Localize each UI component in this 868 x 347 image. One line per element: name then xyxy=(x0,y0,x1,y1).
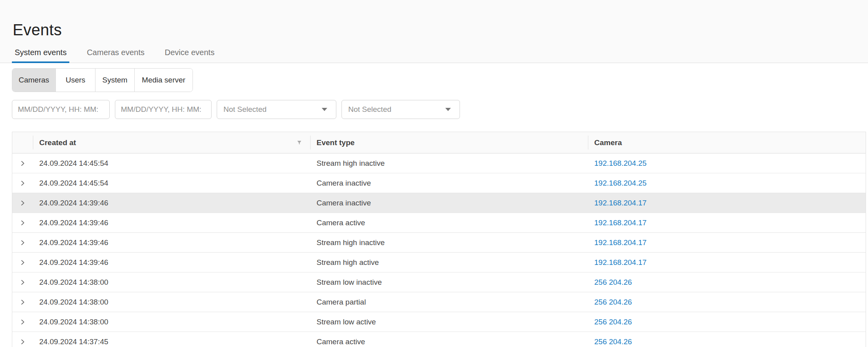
event-type-cell: Camera inactive xyxy=(310,193,588,213)
expand-cell xyxy=(12,312,33,332)
event-type-cell: Camera active xyxy=(310,332,588,347)
chevron-right-icon[interactable] xyxy=(17,198,28,208)
event-type-value: Stream low active xyxy=(317,318,376,326)
camera-cell: 256 204.26 xyxy=(588,312,866,332)
page-content: Cameras Users System Media server Not Se… xyxy=(0,63,868,347)
tab[interactable]: System events xyxy=(12,48,69,63)
created-at-value: 24.09.2024 14:39:46 xyxy=(39,258,108,267)
filter-row: Not Selected Not Selected xyxy=(12,100,868,119)
table-row[interactable]: 24.09.2024 14:45:54 Stream high inactive… xyxy=(12,153,866,173)
expand-cell xyxy=(12,233,33,252)
tab[interactable]: Device events xyxy=(162,48,217,63)
date-to-input[interactable] xyxy=(115,100,212,119)
tab[interactable]: Cameras events xyxy=(84,48,147,63)
event-type-cell: Stream low inactive xyxy=(310,272,588,292)
table-header-row: Created at Event type Camera xyxy=(12,132,866,153)
created-at-cell: 24.09.2024 14:38:00 xyxy=(33,272,310,292)
created-at-cell: 24.09.2024 14:38:00 xyxy=(33,292,310,312)
table-row[interactable]: 24.09.2024 14:45:54 Camera inactive 192.… xyxy=(12,173,866,193)
tab-label: Cameras events xyxy=(87,48,145,57)
table-row[interactable]: 24.09.2024 14:39:46 Stream high inactive… xyxy=(12,233,866,253)
category-button[interactable]: Media server xyxy=(134,69,193,92)
chevron-right-icon[interactable] xyxy=(17,218,28,228)
created-at-value: 24.09.2024 14:37:45 xyxy=(39,337,108,346)
chevron-right-icon[interactable] xyxy=(17,238,28,248)
event-type-value: Camera partial xyxy=(317,298,366,307)
table-row[interactable]: 24.09.2024 14:39:46 Stream high active 1… xyxy=(12,253,866,272)
chevron-right-icon[interactable] xyxy=(17,277,28,288)
table-row[interactable]: 24.09.2024 14:39:46 Camera inactive 192.… xyxy=(12,193,866,213)
created-at-value: 24.09.2024 14:38:00 xyxy=(39,298,108,307)
date-from-input[interactable] xyxy=(12,100,110,119)
event-type-select[interactable]: Not Selected xyxy=(217,100,336,119)
category-button-label: Media server xyxy=(142,76,185,84)
event-type-cell: Camera active xyxy=(310,213,588,232)
camera-link[interactable]: 256 204.26 xyxy=(594,278,632,287)
table-row[interactable]: 24.09.2024 14:37:45 Camera active 256 20… xyxy=(12,332,866,347)
event-category-button-group: Cameras Users System Media server xyxy=(12,68,193,92)
created-at-cell: 24.09.2024 14:45:54 xyxy=(33,173,310,193)
chevron-right-icon[interactable] xyxy=(17,317,28,327)
filter-funnel-icon[interactable] xyxy=(296,140,302,146)
camera-link[interactable]: 192.168.204.17 xyxy=(594,238,647,247)
camera-link[interactable]: 256 204.26 xyxy=(594,318,632,326)
category-button[interactable]: Cameras xyxy=(12,69,55,92)
chevron-right-icon[interactable] xyxy=(17,257,28,268)
event-type-value: Stream high inactive xyxy=(317,238,385,247)
page-header: Events System events Cameras events Devi… xyxy=(0,0,868,63)
expand-column-header xyxy=(12,132,33,153)
camera-link[interactable]: 192.168.204.25 xyxy=(594,179,647,188)
created-at-cell: 24.09.2024 14:37:45 xyxy=(33,332,310,347)
camera-link[interactable]: 256 204.26 xyxy=(594,337,632,346)
events-tab-bar: System events Cameras events Device even… xyxy=(0,48,868,63)
camera-link[interactable]: 192.168.204.17 xyxy=(594,219,647,227)
page-title: Events xyxy=(0,0,868,39)
created-at-value: 24.09.2024 14:39:46 xyxy=(39,219,108,227)
category-button[interactable]: System xyxy=(95,69,134,92)
expand-cell xyxy=(12,193,33,213)
table-row[interactable]: 24.09.2024 14:38:00 Stream low active 25… xyxy=(12,312,866,332)
expand-cell xyxy=(12,272,33,292)
camera-link[interactable]: 192.168.204.17 xyxy=(594,258,647,267)
camera-select[interactable]: Not Selected xyxy=(341,100,460,119)
event-type-value: Camera inactive xyxy=(317,179,371,188)
tab-label: Device events xyxy=(165,48,215,57)
camera-link[interactable]: 192.168.204.25 xyxy=(594,159,647,168)
event-type-value: Camera active xyxy=(317,219,365,227)
table-row[interactable]: 24.09.2024 14:39:46 Camera active 192.16… xyxy=(12,213,866,233)
camera-select-value: Not Selected xyxy=(348,105,391,114)
caret-down-icon xyxy=(322,108,327,111)
created-at-cell: 24.09.2024 14:38:00 xyxy=(33,312,310,332)
category-button-label: Users xyxy=(66,76,86,84)
table-row[interactable]: 24.09.2024 14:38:00 Stream low inactive … xyxy=(12,272,866,292)
camera-link[interactable]: 192.168.204.17 xyxy=(594,199,647,207)
category-button[interactable]: Users xyxy=(55,69,95,92)
events-table: Created at Event type Camera xyxy=(12,132,866,347)
created-at-cell: 24.09.2024 14:45:54 xyxy=(33,153,310,173)
chevron-right-icon[interactable] xyxy=(17,178,28,188)
events-page: Events System events Cameras events Devi… xyxy=(0,0,868,347)
created-at-cell: 24.09.2024 14:39:46 xyxy=(33,233,310,252)
table-row[interactable]: 24.09.2024 14:38:00 Camera partial 256 2… xyxy=(12,292,866,312)
chevron-right-icon[interactable] xyxy=(17,297,28,307)
camera-cell: 192.168.204.25 xyxy=(588,153,866,173)
expand-cell xyxy=(12,213,33,232)
camera-cell: 192.168.204.17 xyxy=(588,233,866,252)
chevron-right-icon[interactable] xyxy=(17,337,28,347)
event-type-cell: Stream low active xyxy=(310,312,588,332)
event-type-cell: Stream high inactive xyxy=(310,153,588,173)
camera-link[interactable]: 256 204.26 xyxy=(594,298,632,307)
created-at-cell: 24.09.2024 14:39:46 xyxy=(33,213,310,232)
event-type-cell: Camera inactive xyxy=(310,173,588,193)
event-type-cell: Stream high active xyxy=(310,253,588,272)
created-at-value: 24.09.2024 14:39:46 xyxy=(39,238,108,247)
event-type-column-label: Event type xyxy=(317,138,355,147)
event-type-select-value: Not Selected xyxy=(223,105,267,114)
category-button-label: Cameras xyxy=(19,76,49,84)
camera-cell: 192.168.204.17 xyxy=(588,253,866,272)
camera-cell: 256 204.26 xyxy=(588,332,866,347)
camera-cell: 192.168.204.17 xyxy=(588,213,866,232)
chevron-right-icon[interactable] xyxy=(17,158,28,169)
created-at-column-header: Created at xyxy=(33,132,310,153)
event-type-value: Camera active xyxy=(317,337,365,346)
